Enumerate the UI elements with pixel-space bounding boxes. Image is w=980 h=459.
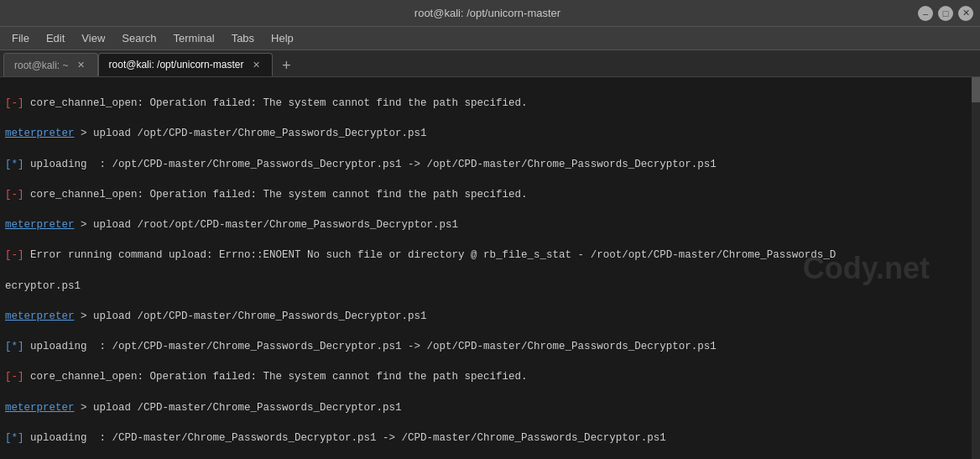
tab-2-close[interactable]: ✕: [250, 59, 262, 70]
window-controls[interactable]: – □ ✕: [918, 6, 973, 21]
title-bar: root@kali: /opt/unicorn-master – □ ✕: [0, 0, 980, 27]
close-button[interactable]: ✕: [958, 6, 973, 21]
line-5: meterpreter > upload /root/opt/CPD-maste…: [5, 217, 975, 232]
menu-edit[interactable]: Edit: [38, 27, 73, 50]
line-7: ecryptor.ps1: [5, 279, 975, 294]
menu-view[interactable]: View: [73, 27, 113, 50]
tabs-bar: root@kali: ~ ✕ root@kali: /opt/unicorn-m…: [0, 50, 980, 77]
line-4: [-] core_channel_open: Operation failed:…: [5, 187, 975, 202]
tab-2[interactable]: root@kali: /opt/unicorn-master ✕: [98, 53, 274, 76]
menu-help[interactable]: Help: [263, 27, 302, 50]
menu-terminal[interactable]: Terminal: [165, 27, 223, 50]
terminal-output: [-] core_channel_open: Operation failed:…: [5, 81, 975, 459]
menu-file[interactable]: File: [3, 27, 38, 50]
line-10: [-] core_channel_open: Operation failed:…: [5, 369, 975, 384]
new-tab-button[interactable]: +: [276, 56, 296, 76]
line-9: [*] uploading : /opt/CPD-master/Chrome_P…: [5, 339, 975, 354]
minimize-button[interactable]: –: [918, 6, 933, 21]
line-2: meterpreter > upload /opt/CPD-master/Chr…: [5, 126, 975, 141]
menu-search[interactable]: Search: [113, 27, 164, 50]
menu-tabs[interactable]: Tabs: [223, 27, 263, 50]
tab-1-label: root@kali: ~: [14, 60, 69, 71]
scrollbar-thumb[interactable]: [972, 77, 980, 102]
tab-1-close[interactable]: ✕: [76, 60, 87, 71]
tab-1[interactable]: root@kali: ~ ✕: [3, 53, 98, 76]
maximize-button[interactable]: □: [938, 6, 953, 21]
line-3: [*] uploading : /opt/CPD-master/Chrome_P…: [5, 157, 975, 172]
line-1: [-] core_channel_open: Operation failed:…: [5, 96, 975, 111]
terminal-content: Cody.net [-] core_channel_open: Operatio…: [0, 77, 980, 459]
line-12: [*] uploading : /CPD-master/Chrome_Passw…: [5, 430, 975, 446]
tab-2-label: root@kali: /opt/unicorn-master: [109, 59, 244, 70]
line-6: [-] Error running command upload: Errno:…: [5, 248, 975, 263]
window-title: root@kali: /opt/unicorn-master: [57, 7, 918, 19]
scrollbar[interactable]: [972, 77, 980, 459]
line-8: meterpreter > upload /opt/CPD-master/Chr…: [5, 309, 975, 324]
menu-bar: File Edit View Search Terminal Tabs Help: [0, 27, 980, 50]
line-11: meterpreter > upload /CPD-master/Chrome_…: [5, 400, 975, 415]
